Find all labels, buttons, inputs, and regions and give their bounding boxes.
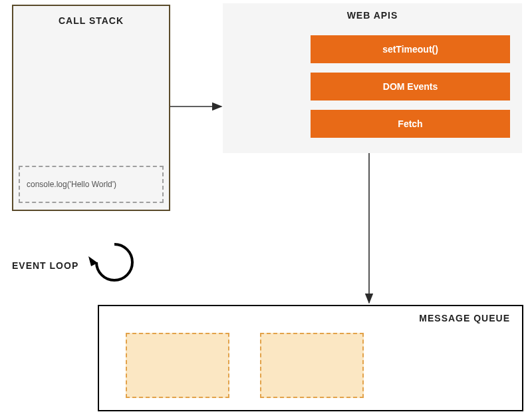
call-stack-title: CALL STACK (13, 6, 169, 26)
message-queue-title: MESSAGE QUEUE (419, 313, 510, 323)
api-item-dom-events: DOM Events (311, 73, 510, 101)
queue-item (260, 333, 364, 398)
api-item-settimeout: setTimeout() (311, 35, 510, 63)
api-list: setTimeout() DOM Events Fetch (311, 35, 510, 138)
event-loop-icon (88, 244, 132, 280)
web-apis-panel: WEB APIS setTimeout() DOM Events Fetch (223, 3, 522, 153)
event-loop-label: EVENT LOOP (12, 260, 78, 271)
svg-marker-1 (88, 256, 98, 266)
stack-frame: console.log('Hello World') (19, 166, 164, 203)
message-queue-panel: MESSAGE QUEUE (98, 305, 523, 411)
web-apis-title: WEB APIS (223, 3, 522, 21)
stack-frame-text: console.log('Hello World') (27, 180, 116, 189)
queue-item (126, 333, 229, 398)
call-stack-panel: CALL STACK console.log('Hello World') (12, 5, 170, 211)
api-item-fetch: Fetch (311, 110, 510, 138)
